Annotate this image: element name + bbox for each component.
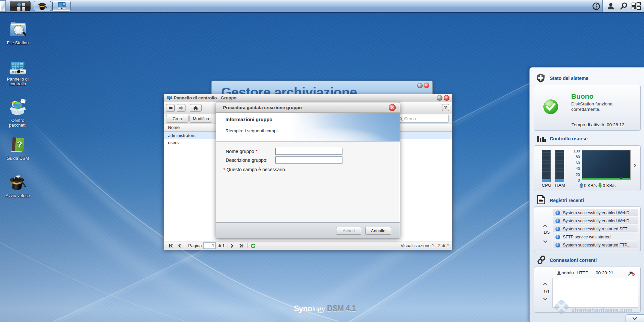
- svg-text:?: ?: [16, 139, 22, 150]
